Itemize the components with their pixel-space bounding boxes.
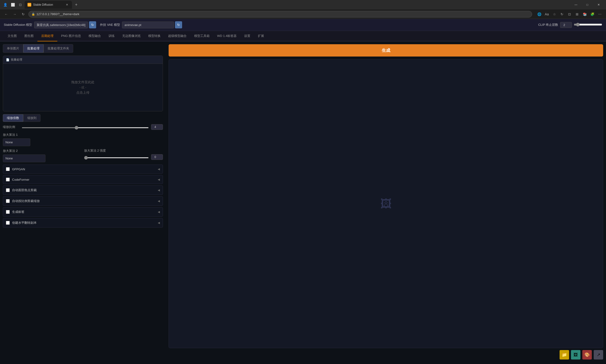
gentags-checkbox[interactable] <box>6 210 10 214</box>
vae-model-select-wrap: animevae.pt ↻ <box>122 21 182 28</box>
upscaler2-select[interactable]: NoneLanczosNearestESRGAN_4xLDSRR-ESRGAN … <box>3 155 45 162</box>
tab-img2img[interactable]: 图生图 <box>21 31 37 41</box>
autocrop-arrow: ◀ <box>158 189 160 192</box>
tab-supermerge[interactable]: 超级模型融合 <box>164 31 190 41</box>
extensions-btn[interactable]: 🧩 <box>589 11 596 17</box>
upload-click-text: 点击上传 <box>76 91 90 95</box>
upload-dropzone[interactable]: 拖放文件至此处 - 或 - 点击上传 <box>3 64 163 111</box>
close-btn[interactable]: ✕ <box>593 1 604 8</box>
menu-btn[interactable]: ⋯ <box>596 11 603 17</box>
tab-modelmerge[interactable]: 模型融合 <box>85 31 105 41</box>
bookmark-btn[interactable]: ☆ <box>551 11 558 17</box>
browser-chrome: 👤 ⬜ ⊡ SD Stable Diffusion ✕ + — □ ✕ ← → … <box>0 0 606 19</box>
upload-header: 📄 批量处理 <box>3 56 163 64</box>
reload-btn[interactable]: ↻ <box>20 11 27 17</box>
open-folder-btn[interactable]: 📁 <box>560 350 569 360</box>
accordion-hflip: 创建水平翻转副本 ◀ <box>3 218 163 228</box>
sd-model-select[interactable]: 聚星仿真.safetensors [18ed2b6c48] <box>34 22 88 28</box>
tab-toolbox[interactable]: 模型工具箱 <box>190 31 213 41</box>
split-btn[interactable]: ⊡ <box>566 11 573 17</box>
nav-tabs: 文生图 图生图 后期处理 PNG 图片信息 模型融合 训练 无边图像浏览 模型转… <box>0 31 606 41</box>
accordion-list: GFPGAN ◀ CodeFormer ◀ 自动面部焦点剪裁 ◀ <box>3 165 163 228</box>
autocrop-checkbox[interactable] <box>6 188 10 192</box>
hflip-checkbox[interactable] <box>6 221 10 225</box>
accordion-gfpgan: GFPGAN ◀ <box>3 165 163 174</box>
tab-tagger[interactable]: WD 1.4标签器 <box>213 31 240 41</box>
vae-model-select[interactable]: animevae.pt <box>122 22 174 28</box>
sub-tab-batch[interactable]: 批量处理 <box>23 44 43 53</box>
sd-model-section: Stable Diffusion 模型 聚星仿真.safetensors [18… <box>4 21 96 28</box>
tab-close-btn[interactable]: ✕ <box>65 3 69 7</box>
sub-tabs: 单张图片 批量处理 批量处理文件夹 <box>3 44 163 53</box>
browser-tab-active[interactable]: SD Stable Diffusion ✕ <box>25 1 72 9</box>
autoresize-arrow: ◀ <box>158 199 160 203</box>
accordion-autoresize: 自动按比例剪裁缩放 ◀ <box>3 196 163 206</box>
tab-pnginfo[interactable]: PNG 图片信息 <box>57 31 85 41</box>
accordion-autocrop: 自动面部焦点剪裁 ◀ <box>3 185 163 195</box>
back-btn[interactable]: ← <box>3 11 10 17</box>
clip-input[interactable] <box>560 22 572 28</box>
url-field[interactable]: 🔒 127.0.0.1:7860/?__theme=dark <box>28 11 532 17</box>
generate-btn[interactable]: 生成 <box>169 44 603 56</box>
minimize-btn[interactable]: — <box>570 1 581 8</box>
collection-btn[interactable]: 📚 <box>581 11 588 17</box>
accordion-gentags-header[interactable]: 生成标签 ◀ <box>3 208 163 216</box>
upscaler2-strength-value[interactable] <box>151 154 163 160</box>
upscaler2-section: 放大算法 2 NoneLanczosNearestESRGAN_4xLDSRR-… <box>3 149 163 162</box>
sd-refresh-btn[interactable]: ↻ <box>89 21 96 28</box>
upscaler1-select[interactable]: NoneLanczosNearestESRGAN_4xLDSRR-ESRGAN … <box>3 138 30 146</box>
send-to-extras-btn[interactable]: ↗ <box>594 350 603 360</box>
upscaler2-strength-label: 放大算法 2 强度 <box>84 149 163 153</box>
tab-txt2img[interactable]: 文生图 <box>4 31 21 41</box>
refresh-btn[interactable]: ↻ <box>559 11 565 17</box>
upscaler2-strength-slider-wrap <box>84 156 149 159</box>
accordion-autoresize-header[interactable]: 自动按比例剪裁缩放 ◀ <box>3 196 163 206</box>
accordion-hflip-header[interactable]: 创建水平翻转副本 ◀ <box>3 218 163 227</box>
forward-btn[interactable]: → <box>11 11 18 17</box>
gfpgan-checkbox[interactable] <box>6 167 10 171</box>
codeformer-title: CodeFormer <box>12 178 155 182</box>
scale-tab-to[interactable]: 缩放到 <box>23 114 41 122</box>
sub-tab-batchdir[interactable]: 批量处理文件夹 <box>43 44 73 53</box>
accordion-gfpgan-header[interactable]: GFPGAN ◀ <box>3 165 163 173</box>
scale-ratio-row: 缩放比例 <box>3 124 163 130</box>
history-btn[interactable]: ⊡ <box>17 1 24 8</box>
profile-btn[interactable]: 👤 <box>2 1 9 8</box>
tab-title: Stable Diffusion <box>33 3 63 6</box>
send-to-inpaint-btn[interactable]: 🎨 <box>582 350 592 360</box>
upload-or-text: - 或 - <box>80 85 86 90</box>
send-to-img2img-btn[interactable]: 🖼 <box>571 350 580 360</box>
gfpgan-arrow: ◀ <box>158 168 160 171</box>
autoresize-checkbox[interactable] <box>6 199 10 203</box>
reader-btn[interactable]: Aa <box>543 11 550 17</box>
sub-tab-single[interactable]: 单张图片 <box>3 44 23 53</box>
clip-slider[interactable] <box>574 23 602 26</box>
vae-model-section: 外挂 VAE 模型 animevae.pt ↻ <box>100 21 182 28</box>
tab-extensions[interactable]: 扩展 <box>254 31 268 41</box>
scale-ratio-slider[interactable] <box>22 127 149 128</box>
maximize-btn[interactable]: □ <box>582 1 593 8</box>
tab-convert[interactable]: 模型转换 <box>144 31 164 41</box>
scale-ratio-value[interactable] <box>151 124 163 130</box>
accordion-codeformer-header[interactable]: CodeFormer ◀ <box>3 175 163 184</box>
upload-section: 📄 批量处理 拖放文件至此处 - 或 - 点击上传 <box>3 56 163 111</box>
vae-refresh-btn[interactable]: ↻ <box>175 21 182 28</box>
tab-settings[interactable]: 设置 <box>240 31 254 41</box>
accordion-codeformer: CodeFormer ◀ <box>3 175 163 184</box>
image-preview: 🖼 <box>169 59 603 348</box>
scale-tab-by[interactable]: 缩放倍数 <box>3 114 23 122</box>
tab-train[interactable]: 训练 <box>105 31 118 41</box>
tab-infinite[interactable]: 无边图像浏览 <box>118 31 144 41</box>
translate-btn[interactable]: 🌐 <box>536 11 543 17</box>
gfpgan-title: GFPGAN <box>12 168 155 171</box>
tab-extras[interactable]: 后期处理 <box>37 31 57 41</box>
image-actions: 📁 🖼 🎨 ↗ <box>169 350 603 360</box>
codeformer-checkbox[interactable] <box>6 178 10 182</box>
favbar-btn[interactable]: ⊞ <box>574 11 580 17</box>
autocrop-title: 自动面部焦点剪裁 <box>12 188 155 192</box>
accordion-autocrop-header[interactable]: 自动面部焦点剪裁 ◀ <box>3 186 163 195</box>
new-window-btn[interactable]: ⬜ <box>10 1 16 8</box>
upload-drag-text: 拖放文件至此处 <box>71 80 95 84</box>
new-tab-btn[interactable]: + <box>73 1 80 8</box>
upscaler2-strength-slider[interactable] <box>84 157 149 158</box>
